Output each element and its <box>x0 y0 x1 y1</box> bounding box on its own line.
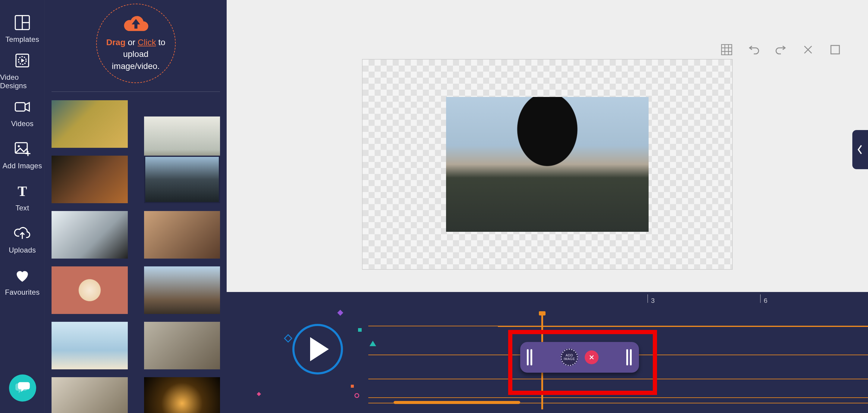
toolstrip-label: Uploads <box>9 246 36 254</box>
thumbnail[interactable] <box>144 211 220 259</box>
play-button[interactable] <box>292 324 343 375</box>
thumbnail[interactable] <box>52 100 128 148</box>
decoration-icon <box>354 393 359 398</box>
svg-marker-5 <box>22 58 25 63</box>
toolstrip-label: Templates <box>5 35 39 44</box>
upload-line2: upload <box>123 48 148 60</box>
toolstrip-label: Videos <box>11 119 34 128</box>
grid-button[interactable] <box>720 43 734 57</box>
svg-marker-7 <box>25 103 29 111</box>
clip-add-image-button[interactable]: ADD IMAGE <box>561 349 578 366</box>
canvas-tools <box>720 43 842 57</box>
track-line <box>368 397 868 398</box>
toolstrip-item-video-designs[interactable]: Video Designs <box>0 50 44 92</box>
play-icon <box>310 337 329 361</box>
upload-kw-or: or <box>128 38 135 47</box>
thumbnail[interactable] <box>52 266 128 314</box>
track-line <box>368 379 868 379</box>
toolstrip-label: Favourites <box>5 288 39 297</box>
upload-kw-to: to <box>158 38 165 47</box>
close-button[interactable] <box>801 43 815 57</box>
right-panel-toggle[interactable] <box>852 130 868 169</box>
uploads-panel: Drag or Click to upload image/video. <box>44 0 227 413</box>
timeline-zone: 3 6 9 12 ADD IMAGE <box>227 292 868 413</box>
thumbnail[interactable] <box>144 266 220 314</box>
chat-button[interactable] <box>9 375 36 402</box>
upload-line3: image/video. <box>112 60 160 72</box>
video-icon <box>14 98 31 115</box>
decoration-icon <box>284 334 292 343</box>
play-area <box>273 304 363 394</box>
toolstrip-label: Text <box>16 204 29 212</box>
decoration-icon <box>337 310 343 316</box>
uploads-icon <box>14 225 31 242</box>
svg-rect-15 <box>721 44 732 55</box>
canvas-stage[interactable] <box>362 59 733 270</box>
thumbnail-selected[interactable] <box>144 156 220 203</box>
thumbnail[interactable] <box>52 322 128 369</box>
thumbnail[interactable] <box>144 377 220 413</box>
track-segment[interactable] <box>498 326 868 327</box>
toolstrip-item-uploads[interactable]: Uploads <box>0 218 44 261</box>
clip-delete-button[interactable] <box>585 350 598 364</box>
redo-icon <box>775 44 787 56</box>
heart-icon <box>14 267 31 284</box>
templates-icon <box>14 14 31 31</box>
ruler-mark: 6 <box>764 297 767 305</box>
chevron-left-icon <box>857 144 864 155</box>
upload-kw-click: Click <box>138 38 156 47</box>
clip-handle-right[interactable] <box>626 349 632 366</box>
toolstrip-item-videos[interactable]: Videos <box>0 92 44 134</box>
track-segment[interactable] <box>394 401 520 404</box>
close-icon <box>589 354 595 360</box>
toolstrip-label: Add Images <box>2 162 42 170</box>
upload-dropzone[interactable]: Drag or Click to upload image/video. <box>96 4 176 83</box>
thumbnail[interactable] <box>144 322 220 369</box>
left-toolstrip: Templates Video Designs Videos Add Image… <box>0 0 44 413</box>
timeline-clip[interactable]: ADD IMAGE <box>520 342 639 373</box>
thumbnail[interactable] <box>52 156 128 203</box>
toolstrip-item-text[interactable]: T Text <box>0 176 44 218</box>
toolstrip-label: Video Designs <box>0 73 44 90</box>
canvas-zone <box>227 0 868 292</box>
timeline-ruler[interactable]: 3 6 9 12 <box>368 295 868 306</box>
thumbnail-grid <box>52 100 220 413</box>
svg-rect-22 <box>831 45 839 54</box>
fullscreen-button[interactable] <box>828 43 842 57</box>
chat-icon <box>15 380 30 396</box>
toolstrip-item-favourites[interactable]: Favourites <box>0 261 44 303</box>
main-area: 3 6 9 12 ADD IMAGE <box>227 0 868 413</box>
add-image-icon <box>14 141 31 158</box>
clip-add-image-label: ADD IMAGE <box>562 354 577 360</box>
timeline-tracks[interactable]: ADD IMAGE <box>368 312 868 409</box>
undo-icon <box>748 44 760 56</box>
svg-point-9 <box>18 145 20 147</box>
stage-image[interactable] <box>446 97 649 232</box>
cloud-upload-icon <box>122 15 150 36</box>
redo-button[interactable] <box>774 43 788 57</box>
text-icon: T <box>14 183 31 200</box>
clip-handle-left[interactable] <box>527 349 533 366</box>
decoration-icon <box>257 392 261 396</box>
thumbnail[interactable] <box>52 211 128 259</box>
svg-text:T: T <box>18 183 27 199</box>
video-designs-icon <box>14 52 31 69</box>
upload-kw-drag: Drag <box>106 38 125 47</box>
ruler-mark: 3 <box>651 297 655 305</box>
svg-rect-6 <box>16 103 25 111</box>
toolstrip-item-add-images[interactable]: Add Images <box>0 134 44 176</box>
toolstrip-item-templates[interactable]: Templates <box>0 8 44 50</box>
undo-button[interactable] <box>747 43 761 57</box>
decoration-icon <box>358 328 362 332</box>
close-icon <box>802 44 814 56</box>
square-icon <box>829 44 841 56</box>
decoration-icon <box>351 385 354 388</box>
grid-icon <box>721 44 733 56</box>
thumbnail[interactable] <box>52 377 128 413</box>
